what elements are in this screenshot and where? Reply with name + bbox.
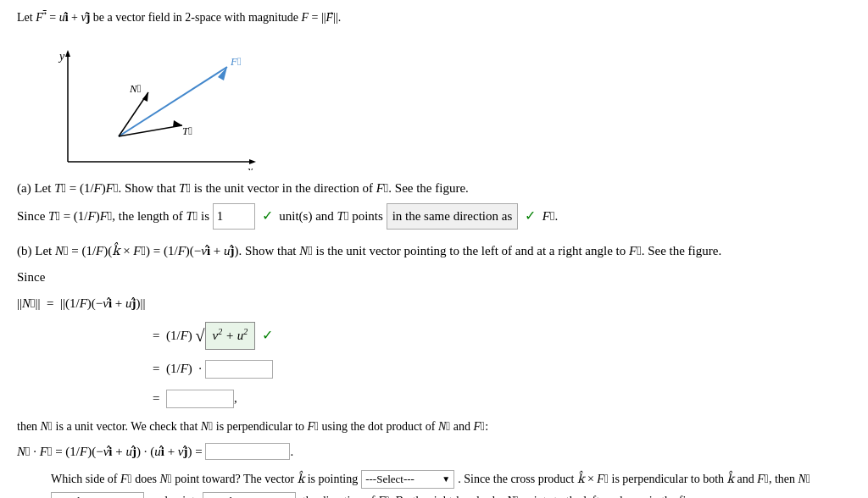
checkmark-b1: ✓ [262,324,273,348]
select-n-direction-arrow: ▼ [131,495,140,498]
bottom-row2: ---Select--- ▼ and points ---Select--- ▼… [51,492,851,498]
since-label: Since [17,266,45,289]
part-a-statement: Let T⃗ = (1/F)F⃗. Show that T⃗ is the un… [34,177,468,200]
dot-product-input[interactable] [205,443,290,460]
comma: , [234,387,237,410]
part-a: (a) Let T⃗ = (1/F)F⃗. Show that T⃗ is th… [17,177,851,230]
select-points[interactable]: ---Select--- ▼ [203,492,296,498]
select-pointing[interactable]: ---Select--- ▼ [361,470,454,489]
dot-period: . [290,440,293,463]
svg-text:T⃗: T⃗ [182,125,192,137]
svg-marker-2 [65,50,70,57]
checkmark-a: ✓ [262,204,273,229]
eq1-label: = (1/F) [153,324,196,347]
select-n-direction-label: ---Select--- [55,493,104,498]
since-cross-text: . Since the cross product k̂ × F⃗ is per… [458,470,810,489]
direction-highlight: in the same direction as [387,203,519,230]
select-n-direction[interactable]: ---Select--- ▼ [51,492,144,498]
eq3-label: = [153,387,166,410]
part-b-statement: Let N⃗ = (1/F)(k̂ × F⃗) = (1/F)(−vî + u… [35,240,721,263]
eq3-input[interactable] [166,390,234,408]
vector-figure: y x F⃗ N⃗ T⃗ [17,35,271,170]
part-a-label: (a) [17,177,34,200]
figure-area: y x F⃗ N⃗ T⃗ [17,35,851,170]
since-text-a: Since T⃗ = (1/F)F⃗, the length of T⃗ is [17,205,213,228]
svg-line-6 [119,67,227,136]
select-pointing-label: ---Select--- [365,471,415,489]
f-vector-label: F⃗. [542,205,558,228]
and-text: and points [147,492,199,498]
svg-text:F⃗: F⃗ [230,55,242,68]
problem-statement: Let F ⃗ = uî + vĵ be a vector field in… [17,8,851,26]
select-points-label: ---Select--- [207,493,256,498]
svg-text:x: x [247,164,253,170]
norm-equation: ||N⃗|| = ||(1/F)(−vî + uĵ)|| [17,292,146,315]
units-text: unit(s) and T⃗ points [279,205,383,228]
direction-text-end: the direction of F⃗. By the right-hand r… [299,492,709,498]
checkmark-a2: ✓ [525,204,536,229]
dot-product-formula: N⃗ · F⃗ = (1/F)(−vî + uĵ) · (uî + vĵ… [17,440,205,463]
svg-text:y: y [58,50,65,63]
sqrt-content: v2 + u2 [205,322,256,350]
svg-text:N⃗: N⃗ [129,82,141,95]
sqrt-symbol: √ [196,320,205,351]
which-side-row: Which side of F⃗ does N⃗ point toward? T… [51,470,851,489]
eq2-input[interactable] [205,360,273,379]
which-side-text: Which side of F⃗ does N⃗ point toward? T… [51,470,358,489]
length-input[interactable]: 1 [213,203,255,230]
part-b-label: (b) [17,240,35,263]
part-b: (b) Let N⃗ = (1/F)(k̂ × F⃗) = (1/F)(−vî… [17,240,851,498]
select-pointing-arrow: ▼ [442,473,450,486]
then-text: then N⃗ is a unit vector. We check that … [17,417,488,437]
eq2-label: = (1/F) · [153,357,205,380]
select-points-arrow: ▼ [284,495,292,498]
